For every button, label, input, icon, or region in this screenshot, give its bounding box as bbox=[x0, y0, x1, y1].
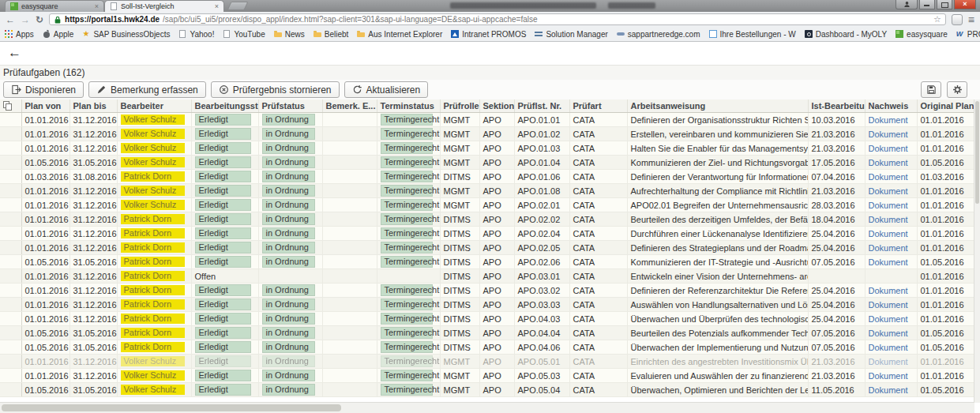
nachweis-dokument-link[interactable]: Dokument bbox=[869, 144, 908, 153]
bookmark-promos-wiki[interactable]: PROMOS.wiki bbox=[956, 30, 980, 39]
browser-forward-icon[interactable] bbox=[21, 15, 30, 24]
column-header-terminstatus[interactable]: Terminstatus bbox=[377, 99, 440, 113]
column-header-bearbeiter[interactable]: Bearbeiter bbox=[117, 99, 191, 113]
row-selector[interactable] bbox=[0, 156, 21, 170]
tab-soll-ist-vergleich[interactable]: Soll-Ist-Vergleich × bbox=[104, 0, 224, 12]
nachweis-dokument-link[interactable]: Dokument bbox=[869, 243, 908, 253]
table-row-apo-02-01[interactable]: 01.01.201631.12.2016Volker SchulzErledig… bbox=[0, 198, 974, 212]
nachweis-dokument-link[interactable]: Dokument bbox=[869, 343, 908, 352]
nachweis-dokument-link[interactable]: Dokument bbox=[869, 314, 908, 324]
row-selector[interactable] bbox=[0, 340, 21, 355]
nachweis-dokument-link[interactable]: Dokument bbox=[869, 215, 908, 224]
aktualisieren-button[interactable]: Aktualisieren bbox=[344, 81, 429, 98]
column-header-bemerk-e[interactable]: Bemerk. E... bbox=[322, 99, 377, 113]
address-bar[interactable]: https://portal1s.hwk24.de /sap/bc/ui5_ui… bbox=[49, 13, 946, 25]
table-row-apo-03-03[interactable]: 01.01.201631.12.2016Patrick DornErledigt… bbox=[0, 298, 974, 312]
nachweis-dokument-link[interactable]: Dokument bbox=[869, 130, 908, 139]
nachweis-dokument-link[interactable]: Dokument bbox=[869, 201, 908, 210]
column-header-prüfstatus[interactable]: Prüfstatus bbox=[258, 99, 322, 113]
bookmark-sappartneredge-com[interactable]: sappartneredge.com bbox=[617, 30, 700, 39]
select-all-header[interactable] bbox=[0, 99, 21, 113]
table-row-apo-05-04[interactable]: 01.05.201631.05.2016Volker SchulzErledig… bbox=[0, 383, 974, 397]
tab-close-icon[interactable]: × bbox=[95, 3, 99, 10]
row-selector[interactable] bbox=[0, 298, 21, 312]
browser-back-icon[interactable] bbox=[6, 15, 15, 24]
extension-icon[interactable] bbox=[952, 14, 963, 25]
export-save-button[interactable] bbox=[921, 81, 941, 98]
nachweis-dokument-link[interactable]: Dokument bbox=[869, 385, 908, 395]
nachweis-dokument-link[interactable]: Dokument bbox=[869, 329, 908, 338]
row-selector[interactable] bbox=[0, 269, 21, 283]
bookmark-ihre-bestellungen-w[interactable]: Ihre Bestellungen - W bbox=[709, 30, 796, 39]
row-selector[interactable] bbox=[0, 227, 21, 241]
new-tab-button[interactable] bbox=[227, 2, 248, 10]
table-row-apo-02-02[interactable]: 01.01.201631.12.2016Patrick DornErledigt… bbox=[0, 212, 974, 227]
table-row-apo-05-01[interactable]: 01.01.201631.12.2016Volker SchulzErledig… bbox=[0, 355, 974, 369]
bookmark-dashboard-myoly[interactable]: Dashboard - MyOLY bbox=[805, 30, 887, 39]
bemerkung-erfassen-button[interactable]: Bemerkung erfassen bbox=[88, 81, 206, 98]
table-settings-button[interactable] bbox=[947, 81, 967, 98]
nachweis-dokument-link[interactable]: Dokument bbox=[869, 286, 908, 295]
row-selector[interactable] bbox=[0, 170, 21, 184]
nachweis-dokument-link[interactable]: Dokument bbox=[869, 300, 908, 310]
table-row-apo-01-08[interactable]: 01.01.201631.12.2016Volker SchulzErledig… bbox=[0, 184, 974, 198]
row-selector[interactable] bbox=[0, 198, 21, 212]
table-row-apo-04-06[interactable]: 01.05.201631.05.2016Patrick DornErledigt… bbox=[0, 340, 974, 355]
bookmark-beliebt[interactable]: Beliebt bbox=[314, 30, 349, 39]
column-header-prüflst-nr[interactable]: Prüflst. Nr. bbox=[514, 99, 569, 113]
close-button[interactable]: × bbox=[954, 0, 976, 9]
nachweis-dokument-link[interactable]: Dokument bbox=[869, 357, 908, 366]
row-selector[interactable] bbox=[0, 113, 21, 127]
horizontal-scrollbar[interactable] bbox=[0, 402, 974, 413]
table-row-apo-01-01[interactable]: 01.01.201631.12.2016Volker SchulzErledig… bbox=[0, 113, 974, 127]
bookmark-news[interactable]: News bbox=[274, 30, 305, 39]
table-row-apo-04-04[interactable]: 01.05.201631.05.2016Patrick DornErledigt… bbox=[0, 326, 974, 340]
table-row-apo-01-06[interactable]: 01.03.201631.08.2016Patrick DornErledigt… bbox=[0, 170, 974, 184]
row-selector[interactable] bbox=[0, 312, 21, 326]
bookmark-easysquare[interactable]: easysquare bbox=[896, 30, 948, 39]
column-header-plan-von[interactable]: Plan von bbox=[21, 99, 69, 113]
table-row-apo-03-01[interactable]: 01.01.201631.12.2016Patrick DornOffenDIT… bbox=[0, 269, 974, 283]
browser-menu-icon[interactable] bbox=[968, 13, 974, 27]
bookmark-yahoo[interactable]: Yahoo! bbox=[178, 30, 214, 39]
bookmark-intranet-promos[interactable]: Intranet PROMOS bbox=[451, 30, 526, 39]
nachweis-dokument-link[interactable]: Dokument bbox=[869, 172, 908, 182]
table-row-apo-02-05[interactable]: 01.01.201631.12.2016Patrick DornErledigt… bbox=[0, 241, 974, 255]
nachweis-dokument-link[interactable]: Dokument bbox=[869, 115, 908, 125]
bookmark-youtube[interactable]: YouTube bbox=[223, 30, 265, 39]
tab-close-icon[interactable]: × bbox=[215, 3, 219, 10]
column-header-original-plan[interactable]: Original Plan bbox=[917, 99, 974, 113]
bookmark-apps[interactable]: Apps bbox=[5, 30, 34, 39]
row-selector[interactable] bbox=[0, 241, 21, 255]
row-selector[interactable] bbox=[0, 283, 21, 298]
table-row-apo-02-04[interactable]: 01.01.201631.12.2016Patrick DornErledigt… bbox=[0, 227, 974, 241]
disponieren-button[interactable]: Disponieren bbox=[3, 81, 84, 98]
row-selector[interactable] bbox=[0, 355, 21, 369]
profile-button[interactable] bbox=[896, 0, 918, 9]
vertical-scrollbar[interactable] bbox=[974, 99, 980, 403]
row-selector[interactable] bbox=[0, 141, 21, 156]
row-selector[interactable] bbox=[0, 184, 21, 198]
bookmark-sap-businessobjects[interactable]: SAP BusinessObjects bbox=[82, 30, 170, 39]
nachweis-dokument-link[interactable]: Dokument bbox=[869, 257, 908, 267]
column-header-sektion[interactable]: Sektion bbox=[479, 99, 514, 113]
nachweis-dokument-link[interactable]: Dokument bbox=[869, 229, 908, 238]
row-selector[interactable] bbox=[0, 383, 21, 397]
column-header-prüfart[interactable]: Prüfart bbox=[569, 99, 627, 113]
column-header-prüfrolle[interactable]: Prüfrolle bbox=[440, 99, 479, 113]
minimize-button[interactable] bbox=[919, 0, 935, 9]
app-back-button[interactable] bbox=[8, 45, 21, 61]
horizontal-scrollbar-thumb[interactable] bbox=[2, 404, 341, 411]
table-row-apo-02-06[interactable]: 01.05.201631.05.2016Patrick DornErledigt… bbox=[0, 255, 974, 269]
table-row-apo-04-03[interactable]: 01.01.201631.12.2016Patrick DornErledigt… bbox=[0, 312, 974, 326]
table-row-apo-01-03[interactable]: 01.01.201631.12.2016Volker SchulzErledig… bbox=[0, 141, 974, 156]
table-row-apo-05-03[interactable]: 01.01.201631.12.2016Volker SchulzErledig… bbox=[0, 369, 974, 383]
table-row-apo-01-02[interactable]: 01.01.201631.12.2016Volker SchulzErledig… bbox=[0, 127, 974, 141]
row-selector[interactable] bbox=[0, 255, 21, 269]
browser-reload-icon[interactable] bbox=[36, 15, 43, 24]
prüfergebnis-stornieren-button[interactable]: Prüfergebnis stornieren bbox=[211, 81, 340, 98]
column-header-plan-bis[interactable]: Plan bis bbox=[69, 99, 117, 113]
maximize-button[interactable] bbox=[937, 0, 952, 9]
nachweis-dokument-link[interactable]: Dokument bbox=[869, 371, 908, 381]
row-selector[interactable] bbox=[0, 369, 21, 383]
